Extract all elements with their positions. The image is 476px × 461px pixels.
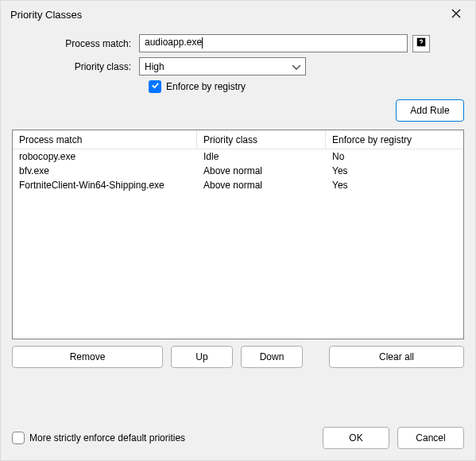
chevron-down-icon: [292, 61, 300, 72]
list-buttons-row: Remove Up Down Clear all: [1, 339, 475, 368]
rules-list[interactable]: Process match Priority class Enforce by …: [12, 130, 464, 339]
strict-enforce-row[interactable]: More strictly enforce default priorities: [12, 432, 185, 444]
table-cell: bfv.exe: [13, 165, 197, 176]
priority-class-value: High: [145, 61, 164, 72]
table-cell: Idle: [197, 151, 326, 162]
enforce-checkbox-row[interactable]: Enforce by registry: [149, 80, 464, 93]
table-cell: Yes: [326, 165, 463, 176]
bottom-bar: More strictly enforce default priorities…: [1, 417, 475, 460]
cancel-button[interactable]: Cancel: [397, 427, 464, 449]
window-root: Priority Classes Process match: audioapp…: [0, 0, 476, 461]
table-row[interactable]: robocopy.exeIdleNo: [13, 149, 463, 164]
form-area: Process match: audioapp.exe Priority cla…: [1, 28, 475, 95]
up-button[interactable]: Up: [171, 346, 233, 368]
enforce-checkbox[interactable]: [149, 80, 161, 93]
ok-button[interactable]: OK: [323, 427, 389, 449]
process-match-row: Process match: audioapp.exe: [12, 34, 464, 52]
help-icon: [416, 37, 427, 50]
table-cell: Above normal: [197, 165, 326, 176]
window-title: Priority Classes: [10, 9, 82, 21]
clear-all-button[interactable]: Clear all: [329, 346, 464, 368]
add-rule-button[interactable]: Add Rule: [396, 99, 464, 122]
remove-button[interactable]: Remove: [12, 346, 163, 368]
table-cell: robocopy.exe: [13, 151, 197, 162]
add-rule-row: Add Rule: [1, 95, 475, 130]
titlebar: Priority Classes: [1, 1, 475, 28]
strict-enforce-checkbox[interactable]: [12, 432, 25, 444]
close-button[interactable]: [439, 2, 474, 26]
priority-class-label: Priority class:: [12, 61, 139, 72]
close-icon: [451, 9, 461, 21]
process-match-input[interactable]: audioapp.exe: [139, 34, 408, 52]
check-icon: [151, 81, 160, 92]
table-cell: Yes: [326, 180, 463, 191]
table-cell: FortniteClient-Win64-Shipping.exe: [13, 180, 197, 191]
table-row[interactable]: bfv.exeAbove normalYes: [13, 164, 463, 178]
down-button[interactable]: Down: [241, 346, 303, 368]
table-cell: No: [326, 151, 463, 162]
enforce-checkbox-label: Enforce by registry: [166, 81, 246, 92]
header-enforce[interactable]: Enforce by registry: [326, 130, 463, 149]
table-cell: Above normal: [197, 180, 326, 191]
priority-class-select[interactable]: High: [139, 57, 306, 76]
list-body: robocopy.exeIdleNobfv.exeAbove normalYes…: [13, 149, 463, 339]
table-row[interactable]: FortniteClient-Win64-Shipping.exeAbove n…: [13, 178, 463, 192]
process-match-label: Process match:: [12, 38, 139, 49]
list-header: Process match Priority class Enforce by …: [13, 130, 463, 149]
header-priority-class[interactable]: Priority class: [197, 130, 326, 149]
help-button[interactable]: [412, 35, 430, 52]
strict-enforce-label: More strictly enforce default priorities: [29, 432, 185, 444]
priority-class-row: Priority class: High: [12, 57, 464, 76]
header-process-match[interactable]: Process match: [13, 130, 197, 149]
